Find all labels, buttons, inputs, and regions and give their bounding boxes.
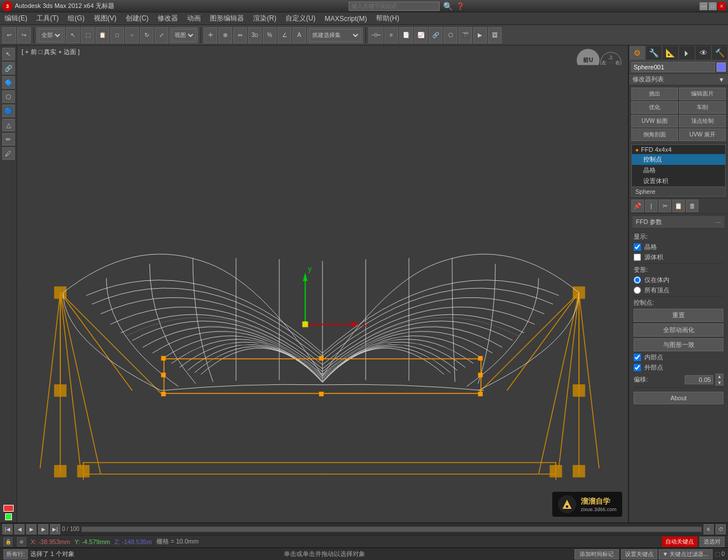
stack-she-zhi-ti-ji[interactable]: 设置体积 [632, 176, 725, 186]
stack-ctrl-pts[interactable]: 控制点 [632, 154, 725, 165]
suo-you-ding-dian-radio[interactable] [634, 287, 641, 294]
view-select-dropdown[interactable]: 视图 [172, 29, 196, 42]
filter-select[interactable]: 全部 [39, 29, 63, 42]
percent-btn[interactable]: 3D [248, 27, 262, 43]
yuan-ti-ji-checkbox[interactable] [634, 254, 641, 261]
schematic-btn[interactable]: 🔗 [429, 27, 442, 43]
named-sel-dropdown[interactable]: 抓建选择集 [309, 29, 361, 42]
tl-prev-key[interactable]: |◀ [2, 524, 13, 534]
mod-pin-icon[interactable]: 📌 [631, 200, 644, 212]
about-button[interactable]: About [634, 392, 723, 404]
menu-modifier[interactable]: 修改器 [153, 13, 183, 24]
mod-action-2[interactable]: ✂ [659, 200, 671, 212]
left-tool-7[interactable]: ✏ [2, 133, 15, 146]
named-sel[interactable]: 抓建选择集 [307, 27, 363, 43]
left-tool-2[interactable]: 🔗 [2, 62, 15, 74]
align-btn[interactable]: ≡ [384, 27, 398, 43]
redo-button[interactable]: ↪ [17, 27, 31, 43]
mod-action-delete[interactable]: 🗑 [686, 200, 698, 212]
object-name-input[interactable] [631, 62, 715, 72]
viewport[interactable]: [ + 前 □ 真实 + 边面 ] 上 右 下 左 前U [17, 45, 628, 522]
menu-view[interactable]: 视图(V) [89, 13, 121, 24]
render-setup-btn[interactable]: 🎬 [458, 27, 472, 43]
left-tool-3[interactable]: 🔷 [2, 76, 15, 89]
wai-bu-dian-checkbox[interactable] [634, 364, 641, 371]
curve-editor-btn[interactable]: 📈 [414, 27, 428, 43]
panel-tab-create[interactable]: ⚙ [629, 45, 646, 60]
key-filter-button[interactable]: ▼ 关键点过滤器... [659, 549, 713, 559]
menu-render[interactable]: 渲染(R) [249, 13, 281, 24]
panel-tab-modify[interactable]: 🔧 [646, 45, 662, 60]
modifier-list-header[interactable]: 修改器列表 ▼ [629, 74, 728, 85]
mod-btn-you-hua[interactable]: 优化 [631, 101, 678, 114]
help-icon[interactable]: ❓ [456, 2, 465, 10]
search-icon[interactable]: 🔍 [443, 2, 453, 11]
menu-graph-editor[interactable]: 图形编辑器 [205, 13, 249, 24]
mod-btn-tiao-chu[interactable]: 挑出 [631, 88, 678, 100]
nei-bu-dian-checkbox[interactable] [634, 354, 641, 361]
select-button[interactable]: ↖ [66, 27, 80, 43]
pian-yi-up[interactable]: ▲ [715, 374, 723, 379]
left-tool-1[interactable]: ↖ [2, 48, 15, 60]
stack-sphere[interactable]: Sphere [632, 186, 725, 196]
tl-key-mode[interactable]: K [704, 524, 714, 534]
text-button[interactable]: A [292, 27, 306, 43]
xyz-icon[interactable]: ⊕ [17, 537, 26, 546]
set-key-button[interactable]: 设置关键点 [621, 549, 657, 559]
circle-select[interactable]: ○ [125, 27, 139, 43]
render-btn[interactable]: ▶ [473, 27, 487, 43]
object-color-swatch[interactable] [717, 63, 726, 72]
mod-action-1[interactable]: | [645, 200, 657, 212]
left-tool-4[interactable]: ⬡ [2, 90, 15, 103]
menu-group[interactable]: 组(G) [63, 13, 89, 24]
mod-btn-uvw-zhan-kai[interactable]: UVW 展开 [679, 128, 726, 141]
minimize-button[interactable]: — [700, 2, 708, 10]
ffd-params-header[interactable]: FFD 参数 — [632, 216, 725, 229]
chong-zhi-button[interactable]: 重置 [634, 309, 723, 322]
tl-next-frame[interactable]: ▶ [38, 524, 48, 534]
mod-action-3[interactable]: 📋 [672, 200, 685, 212]
rotate-button[interactable]: ↻ [140, 27, 154, 43]
pivot-button[interactable]: ⊕ [218, 27, 232, 43]
search-input[interactable] [349, 2, 440, 11]
close-button[interactable]: ✕ [718, 2, 726, 10]
tl-time-config[interactable]: ⏱ [715, 524, 726, 534]
tl-play[interactable]: ▶ [26, 524, 36, 534]
menu-edit[interactable]: 编辑(E) [0, 13, 32, 24]
pian-yi-input[interactable] [685, 375, 713, 384]
left-tool-5[interactable]: 🔵 [2, 105, 15, 117]
tl-next-key[interactable]: ▶| [50, 524, 60, 534]
maximize-button[interactable]: □ [709, 2, 717, 10]
select-region-button[interactable]: ⬚ [81, 27, 94, 43]
jing-ge-checkbox[interactable] [634, 243, 641, 251]
panel-tab-motion[interactable]: ⏵ [679, 45, 695, 60]
scale-button[interactable]: ⤢ [155, 27, 168, 43]
menu-customize[interactable]: 自定义(U) [281, 13, 320, 24]
snap-toggle[interactable]: % [263, 27, 276, 43]
stack-ffd-header[interactable]: ● FFD 4x4x4 [632, 145, 725, 154]
auto-key-button[interactable]: 自动关键点 [662, 537, 697, 547]
menu-tools[interactable]: 工具(T) [32, 13, 63, 24]
mirror-button[interactable]: ⇔ [233, 27, 247, 43]
mirror-obj-btn[interactable]: ⊣⊢ [369, 27, 383, 43]
tl-prev-frame[interactable]: ◀ [14, 524, 24, 534]
timeline-slider[interactable] [81, 526, 702, 532]
menu-create[interactable]: 创建(C) [121, 13, 154, 24]
mod-btn-dao-jiao[interactable]: 倒角剖面 [631, 128, 678, 141]
layer-btn[interactable]: 📑 [399, 27, 413, 43]
left-tool-6[interactable]: △ [2, 119, 15, 131]
undo-button[interactable]: ↩ [2, 27, 16, 43]
mat-editor-btn[interactable]: ⬡ [444, 27, 457, 43]
lock-icon[interactable]: 🔒 [3, 537, 13, 546]
menu-animation[interactable]: 动画 [183, 13, 205, 24]
add-key-button[interactable]: 添加时间标记 [574, 549, 619, 559]
panel-tab-display[interactable]: 👁 [695, 45, 712, 60]
select-btn[interactable]: 选选对 [700, 537, 725, 547]
mod-btn-uvw-tie-tu[interactable]: UVW 贴图 [631, 115, 678, 127]
render-frame-btn[interactable]: 🖼 [488, 27, 502, 43]
yu-tu-xing-yi-zhi-button[interactable]: 与图形一致 [634, 338, 723, 351]
left-tool-8[interactable]: 🖊 [2, 147, 15, 160]
mod-btn-che-xian[interactable]: 车削 [679, 101, 726, 114]
panel-tab-utility[interactable]: 🔨 [712, 45, 728, 60]
menu-maxscript[interactable]: MAXScript(M) [320, 14, 372, 24]
